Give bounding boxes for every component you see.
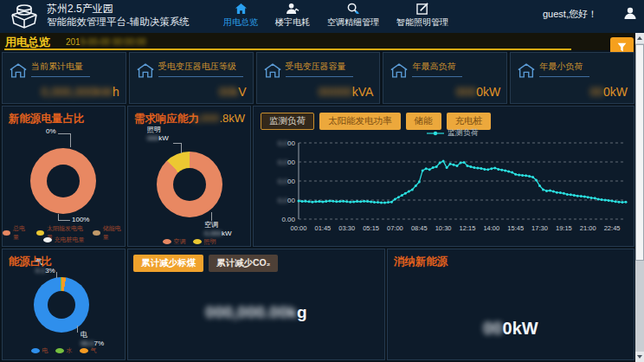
legend-item[interactable]: 空调 [163,237,186,246]
home-icon [235,3,248,15]
svg-text:07:00: 07:00 [387,224,403,232]
kpi-value: 0000kW [456,85,500,99]
tab-co2-reduction[interactable]: 累计减少CO₂ [209,255,278,272]
house-icon [9,62,28,82]
panel-title: 新能源电量占比 [9,112,85,126]
edit-square-icon [416,3,429,15]
kpi-value: 0,000,000kWh [42,85,119,99]
panel-renewable-consumption: 消纳新能源 000kW [387,249,634,360]
brand-line1: 苏州2.5产业园 [47,3,190,16]
svg-text:03:30: 03:30 [338,224,355,232]
panel-energy-ratio: 能源占比 气 0.13% 电 96.07% 电水气 [2,249,126,360]
person-chart-icon [286,3,299,15]
tab-monitor-load[interactable]: 监测负荷 [261,113,314,130]
svg-text:10:30: 10:30 [435,224,452,232]
kpi-title: 当前累计电量 [31,61,90,77]
donut-hole [48,291,75,319]
legend-item[interactable]: 充电桩电量 [43,236,85,244]
carbon-tabs: 累计减少标煤 累计减少CO₂ [133,255,278,272]
nav-item-power-overview[interactable]: 用电总览 [223,3,258,29]
page-header-bar: 用电总览 2019-00-00 00:00:00 [0,33,644,50]
panel-demand-response: 需求响应能力 0,000.8kW 照明 000kW 空调 0,000kW 空调照… [127,106,251,247]
app-root: 苏州2.5产业园 智能能效管理平台-辅助决策系统 用电总览 楼宇电耗 空调精细管… [0,0,644,362]
redacted-date: 9-00-00 00:00:00 [80,37,146,47]
donut-label-gas: 气 0.13% [35,258,55,275]
kpi-card-transformer-capacity: 受电变压器容量 00000kVA [256,52,381,104]
page-datetime: 2019-00-00 00:00:00 [66,37,146,47]
svg-text:14:00: 14:00 [483,224,499,232]
kpi-card-voltage-level: 受电变压器电压等级 00kV [129,52,254,104]
brand-line2: 智能能效管理平台-辅助决策系统 [47,16,190,29]
legend-item[interactable]: 气 [80,346,97,355]
legend-marker-icon [31,348,40,353]
nav-label: 智能照明管理 [396,16,448,29]
renewable-value: 000kW [388,319,634,339]
gold-divider [4,48,571,50]
carbon-reduction-value: 000,000.00kg [128,303,384,322]
donut-hole [173,168,206,201]
main-nav: 用电总览 楼宇电耗 空调精细管理 智能照明管理 [223,3,448,29]
scrollbar-thumb[interactable] [635,44,644,261]
house-icon [390,62,409,82]
demand-legend: 空调照明 [128,237,250,246]
panel-load-chart: 监测负荷 太阳能发电功率 储能 充电桩 监测负荷 0.000,0000,0000… [253,106,634,247]
kpi-card-current-energy: 当前累计电量 0,000,000kWh [2,52,126,104]
legend-label: 充电桩电量 [55,236,85,244]
legend-label: 电 [42,346,48,355]
panel-title: 需求响应能力 [134,112,199,126]
svg-text:17:30: 17:30 [531,224,548,232]
legend-marker-icon [193,239,202,244]
svg-text:08:45: 08:45 [411,224,428,232]
kpi-title: 受电变压器容量 [286,61,353,77]
house-icon [136,62,155,82]
donut-label-electricity: 电 96.07% [80,331,104,348]
panel-title: 消纳新能源 [394,255,448,269]
search-drop-icon [346,3,360,15]
svg-text:21:00: 21:00 [580,224,596,232]
tab-coal-reduction[interactable]: 累计减少标煤 [133,255,203,272]
demand-response-value: 0,000.8kW [191,112,245,125]
legend-marker-icon [55,348,64,353]
user-greeting: guest,您好！ [543,8,597,21]
nav-item-hvac-management[interactable]: 空调精细管理 [327,3,379,29]
legend-item[interactable]: 电 [31,346,48,355]
legend-marker-icon [80,348,88,353]
donut-label-ac: 空调 0,000kW [204,221,232,238]
kpi-title: 年最高负荷 [412,61,462,77]
vertical-scrollbar[interactable] [635,33,644,362]
panel-new-energy-ratio: 新能源电量占比 0% 100% 总电量太阳能发电电量储能电量 充电桩电量 [2,106,126,247]
kpi-value: 00000kVA [319,85,374,99]
legend-item[interactable]: 水 [55,346,73,355]
top-header: 苏州2.5产业园 智能能效管理平台-辅助决策系统 用电总览 楼宇电耗 空调精细管… [0,0,644,33]
nav-label: 用电总览 [223,16,258,29]
nav-item-building-consumption[interactable]: 楼宇电耗 [275,3,310,29]
kpi-title: 受电变压器电压等级 [158,61,243,77]
load-line-chart[interactable]: 00:0001:4503:3005:1507:0008:4510:3012:15… [259,138,631,238]
legend-label: 照明 [204,237,216,246]
house-icon [517,62,536,82]
legend-item[interactable]: 照明 [193,237,216,246]
svg-text:05:15: 05:15 [363,224,379,232]
brand-logo-icon [7,3,42,34]
nav-label: 空调精细管理 [327,16,379,29]
panel-carbon-reduction: 累计减少标煤 累计减少CO₂ 000,000.00kg [127,249,385,360]
nav-item-lighting-management[interactable]: 智能照明管理 [396,3,448,29]
tab-solar-power[interactable]: 太阳能发电功率 [319,113,401,130]
svg-text:12:15: 12:15 [460,224,476,232]
scroll-up-arrow[interactable] [635,33,644,43]
kpi-card-row: 当前累计电量 0,000,000kWh 受电变压器电压等级 00kV 受电变压器… [2,52,634,104]
house-icon [263,62,282,82]
legend-label: 水 [67,346,73,355]
new-energy-legend-row2: 充电桩电量 [3,236,125,244]
kpi-value: 00kV [219,85,247,99]
legend-line-marker-icon [427,130,444,137]
donut-label-hundred: 100% [72,216,89,224]
legend-label: 空调 [174,237,186,246]
scroll-down-arrow[interactable] [635,352,644,362]
legend-label: 气 [91,346,97,355]
user-icon[interactable] [623,6,637,23]
svg-text:01:45: 01:45 [315,224,332,232]
kpi-card-year-max-load: 年最高负荷 0000kW [383,52,507,104]
kpi-title: 年最小负荷 [539,61,589,77]
nav-label: 楼宇电耗 [275,16,310,29]
